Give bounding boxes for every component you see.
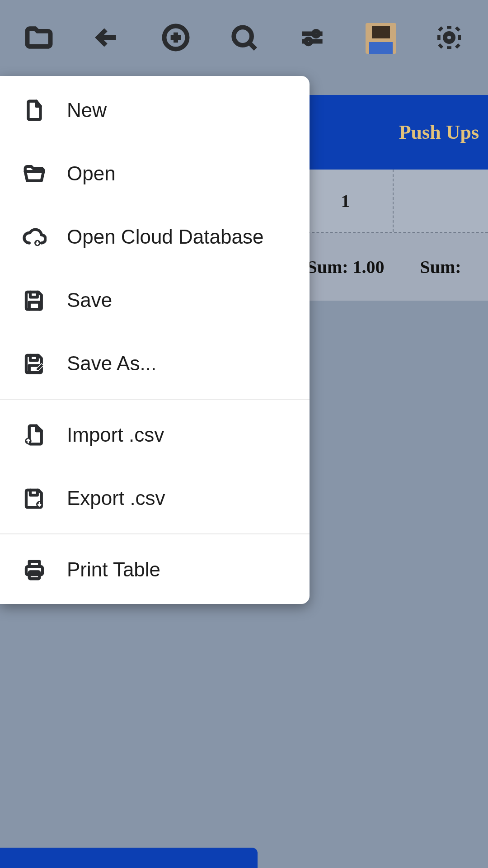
menu-item-label: Save	[67, 289, 112, 311]
svg-point-1	[234, 27, 252, 45]
column-header-pushups[interactable]: Push Ups	[399, 121, 479, 144]
svg-point-4	[445, 33, 453, 42]
svg-point-2	[314, 31, 319, 36]
export-icon	[22, 486, 47, 511]
table-cell[interactable]: 1	[298, 170, 394, 232]
menu-item-save[interactable]: Save	[0, 269, 310, 332]
menu-item-import-csv[interactable]: Import .csv	[0, 403, 310, 467]
folder-icon	[23, 22, 54, 55]
menu-item-new[interactable]: New	[0, 79, 310, 142]
menu-item-label: Import .csv	[67, 424, 164, 446]
toolbar-filter-button[interactable]	[285, 11, 339, 66]
cloud-download-icon	[22, 224, 47, 250]
bottom-bar[interactable]	[0, 848, 258, 868]
import-icon	[22, 422, 47, 448]
search-icon	[229, 22, 259, 55]
printer-icon	[22, 557, 47, 582]
folder-open-icon	[22, 161, 47, 186]
data-table: Push Ups 1 Sum: 1.00 Sum:	[298, 95, 488, 301]
file-menu-popup: New Open Open Cloud Database Save Save A…	[0, 76, 310, 604]
menu-separator	[0, 399, 310, 400]
sum-cell: Sum:	[393, 233, 488, 301]
toolbar-settings-button[interactable]	[422, 11, 476, 66]
menu-item-save-as[interactable]: Save As...	[0, 332, 310, 395]
menu-item-label: New	[67, 99, 107, 122]
toolbar-add-button[interactable]	[149, 11, 203, 66]
table-summary-row: Sum: 1.00 Sum:	[298, 233, 488, 301]
menu-item-label: Export .csv	[67, 487, 165, 509]
toolbar-avatar-button[interactable]	[354, 11, 408, 66]
menu-item-label: Open	[67, 162, 116, 185]
avatar-icon	[366, 23, 396, 54]
plus-circle-icon	[160, 22, 191, 55]
arrow-left-icon	[92, 22, 122, 55]
save-as-icon	[22, 351, 47, 376]
menu-item-open[interactable]: Open	[0, 142, 310, 205]
svg-point-3	[306, 39, 311, 44]
save-icon	[22, 288, 47, 313]
table-header-row: Push Ups	[298, 95, 488, 170]
gear-icon	[434, 22, 465, 55]
toolbar-folder-button[interactable]	[12, 11, 66, 66]
file-icon	[22, 98, 47, 123]
top-toolbar	[0, 0, 488, 77]
sum-value: Sum: 1.00	[307, 256, 384, 278]
menu-item-open-cloud[interactable]: Open Cloud Database	[0, 205, 310, 269]
table-cell[interactable]	[394, 170, 488, 232]
sum-value: Sum:	[420, 256, 461, 278]
menu-separator	[0, 533, 310, 534]
sum-cell: Sum: 1.00	[298, 233, 393, 301]
cell-value: 1	[341, 190, 350, 212]
menu-item-label: Print Table	[67, 558, 160, 581]
table-row[interactable]: 1	[298, 170, 488, 233]
menu-item-print[interactable]: Print Table	[0, 538, 310, 601]
sliders-icon	[297, 22, 328, 55]
toolbar-back-button[interactable]	[80, 11, 134, 66]
menu-item-label: Save As...	[67, 352, 156, 375]
menu-item-label: Open Cloud Database	[67, 226, 263, 248]
menu-item-export-csv[interactable]: Export .csv	[0, 467, 310, 530]
toolbar-search-button[interactable]	[217, 11, 271, 66]
